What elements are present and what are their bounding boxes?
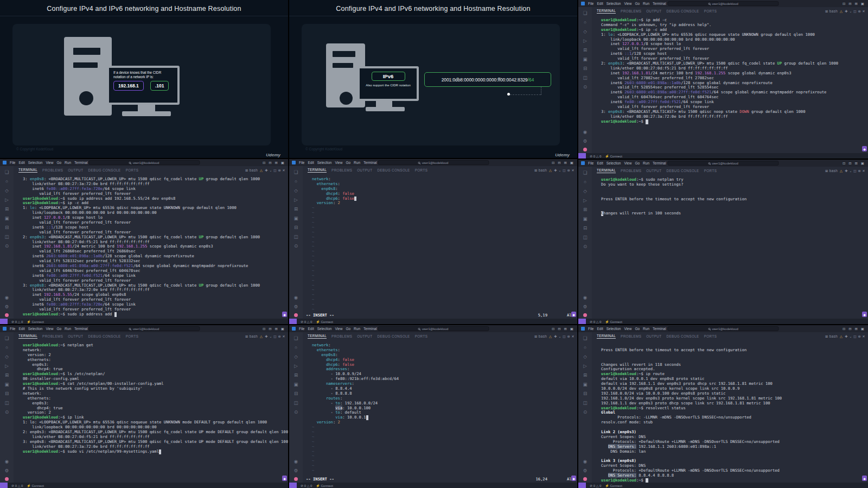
menu-go[interactable]: Go (635, 327, 640, 331)
terminal[interactable]: user1@kodekloud:~$ sudo netplan tryDo yo… (592, 175, 868, 319)
remote-explorer-icon[interactable]: ▣ (583, 216, 587, 221)
testing-icon[interactable]: ⊙ (294, 409, 298, 415)
run-debug-icon[interactable]: ▷ (583, 198, 587, 203)
search-icon[interactable]: ○ (584, 20, 586, 25)
search-icon[interactable]: ○ (295, 179, 297, 184)
panel-action-icons[interactable]: ⊞ bash△✚ ⌄ ◫ ⊗ ✕ (245, 168, 285, 172)
account-icon[interactable]: ◉ (5, 459, 9, 464)
tab-problems[interactable]: PROBLEMS (42, 168, 63, 172)
settings-gear-icon[interactable]: ⚙ (583, 304, 588, 309)
tab-output[interactable]: OUTPUT (646, 169, 661, 173)
remote-indicator[interactable] (578, 483, 586, 488)
terminal[interactable]: user1@kodekloud:~$ netplan getnetwork: v… (14, 340, 288, 483)
menu-edit[interactable]: Edit (18, 327, 24, 331)
remote-explorer-icon[interactable]: ▣ (293, 216, 298, 221)
terminal[interactable]: network: ethernets: enp0s8: dhcp4: false… (303, 174, 577, 319)
command-center-search[interactable]: user1@kodekloud (88, 160, 200, 165)
account-icon[interactable]: ◉ (583, 129, 587, 135)
explorer-icon[interactable]: ❏ (5, 169, 9, 175)
ports-icon[interactable]: ⊟ (5, 391, 9, 396)
tab-ports[interactable]: PORTS (126, 334, 139, 338)
tab-ports[interactable]: PORTS (704, 169, 717, 173)
tab-terminal[interactable]: TERMINAL (597, 9, 616, 14)
menu-edit[interactable]: Edit (308, 161, 314, 164)
explorer-icon[interactable]: ❏ (5, 335, 9, 341)
menu-selection[interactable]: Selection (607, 2, 621, 5)
tab-problems[interactable]: PROBLEMS (621, 334, 641, 338)
search-icon[interactable]: ○ (5, 179, 8, 184)
problems-status[interactable]: ⊘ 0 △ 0 (301, 320, 312, 324)
problems-status[interactable]: ⊘ 0 △ 0 (11, 320, 23, 324)
menu-edit[interactable]: Edit (308, 327, 314, 331)
notification-badge[interactable]: ◆ (571, 476, 576, 481)
tab-debug-console[interactable]: DEBUG CONSOLE (378, 168, 410, 172)
remote-explorer-icon[interactable]: ▣ (293, 382, 298, 387)
panel-action-icons[interactable]: ⊞ bash△✚ ⌄ ◫ ⊗ ✕ (534, 334, 575, 338)
settings-gear-icon[interactable]: ⚙ (294, 468, 298, 473)
panel-action-icons[interactable]: ⊞ bash△✚ ⌄ ◫ ⊗ ✕ (825, 169, 865, 173)
menu-selection[interactable]: Selection (607, 327, 621, 331)
testing-icon[interactable]: ⊙ (583, 409, 587, 415)
command-center-search[interactable]: user1@kodekloud (668, 326, 779, 331)
tab-terminal[interactable]: TERMINAL (308, 334, 327, 339)
tab-output[interactable]: OUTPUT (68, 334, 83, 338)
problems-status[interactable]: ⊘ 0 △ 0 (301, 484, 312, 487)
menu-file[interactable]: File (299, 161, 304, 164)
notification-badge[interactable]: ◆ (862, 476, 867, 481)
extensions-icon[interactable]: ⊞ (294, 372, 298, 378)
problems-status[interactable]: ⊘ 0 △ 0 (590, 484, 601, 487)
menu-view[interactable]: View (46, 161, 53, 164)
terminal[interactable]: Press ENTER before the timeout to accept… (592, 340, 868, 483)
menu-terminal[interactable]: Terminal (653, 161, 666, 165)
tab-debug-console[interactable]: DEBUG CONSOLE (88, 168, 121, 172)
connect-status[interactable]: ⚡ Connect (316, 484, 333, 487)
menu-edit[interactable]: Edit (597, 161, 603, 165)
remote-explorer-icon[interactable]: ▣ (583, 56, 587, 62)
terminal[interactable]: user1@kodekloud:~$ ip add -cCommand "-c"… (592, 15, 868, 153)
remote-indicator[interactable] (0, 319, 8, 324)
remote-explorer-icon[interactable]: ▣ (4, 216, 9, 221)
menu-go[interactable]: Go (635, 161, 640, 165)
menu-terminal[interactable]: Terminal (653, 327, 666, 331)
notification-badge[interactable]: ◆ (571, 312, 576, 317)
menu-selection[interactable]: Selection (317, 327, 332, 331)
notification-badge[interactable]: ◆ (282, 312, 287, 317)
ports-icon[interactable]: ⊟ (294, 391, 298, 396)
containers-icon[interactable]: ◫ (583, 75, 587, 80)
search-icon[interactable]: ○ (295, 345, 297, 350)
panel-action-icons[interactable]: ⊞ bash△✚ ⌄ ◫ ⊗ ✕ (825, 334, 865, 338)
search-icon[interactable]: ○ (584, 345, 586, 350)
tab-terminal[interactable]: TERMINAL (597, 168, 616, 173)
source-control-icon[interactable]: ◇ (294, 188, 298, 193)
layout-toggle-icons[interactable]: ⊡ ⊟ ⊞ ▣ (843, 2, 865, 6)
command-center-search[interactable]: user1@kodekloud (668, 161, 779, 166)
explorer-icon[interactable]: ❏ (294, 169, 298, 175)
menu-file[interactable]: File (588, 2, 593, 5)
run-debug-icon[interactable]: ▷ (294, 197, 298, 202)
connect-status[interactable]: ⚡ Connect (27, 320, 44, 324)
tab-ports[interactable]: PORTS (126, 168, 139, 172)
testing-icon[interactable]: ⊙ (583, 244, 587, 249)
remote-indicator[interactable] (289, 483, 297, 488)
connect-status[interactable]: ⚡ Connect (605, 484, 622, 487)
testing-icon[interactable]: ⊙ (5, 243, 9, 249)
tab-debug-console[interactable]: DEBUG CONSOLE (667, 9, 699, 13)
command-center-search[interactable]: user1@kodekloud (378, 160, 489, 165)
menu-terminal[interactable]: Terminal (363, 327, 377, 331)
ports-icon[interactable]: ⊟ (583, 391, 587, 396)
notification-badge[interactable]: ◆ (862, 146, 867, 151)
containers-icon[interactable]: ◫ (4, 400, 9, 405)
extensions-icon[interactable]: ⊞ (583, 47, 587, 53)
source-control-icon[interactable]: ◇ (294, 354, 298, 359)
remote-indicator[interactable] (578, 319, 586, 324)
command-center-search[interactable]: user1@kodekloud (378, 326, 489, 331)
tab-output[interactable]: OUTPUT (646, 9, 661, 13)
panel-action-icons[interactable]: ⊞ bash△✚ ⌄ ◫ ⊗ ✕ (534, 168, 575, 172)
tab-ports[interactable]: PORTS (415, 334, 428, 338)
menu-selection[interactable]: Selection (28, 161, 43, 164)
ports-icon[interactable]: ⊟ (5, 225, 9, 230)
menu-file[interactable]: File (299, 327, 304, 331)
tab-debug-console[interactable]: DEBUG CONSOLE (667, 169, 699, 173)
explorer-icon[interactable]: ❏ (294, 335, 298, 341)
account-icon[interactable]: ◉ (5, 295, 9, 300)
